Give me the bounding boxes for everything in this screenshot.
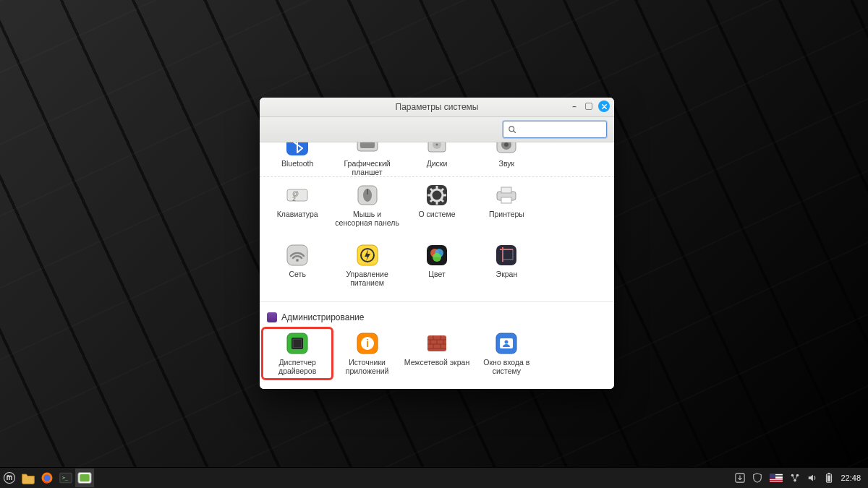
- item-label: Диспетчер драйверов: [264, 358, 331, 375]
- window-controls: –: [569, 100, 610, 112]
- desktop: Параметры системы –: [0, 0, 868, 488]
- item-power[interactable]: Управление питанием: [332, 240, 401, 290]
- titlebar[interactable]: Параметры системы –: [260, 98, 614, 117]
- search-icon: [508, 125, 516, 134]
- window-title: Параметры системы: [396, 102, 479, 112]
- system-tray: 22:48: [728, 472, 868, 484]
- svg-line-26: [430, 200, 433, 202]
- item-label: Окно входа в систему: [473, 358, 540, 375]
- svg-rect-38: [496, 245, 516, 265]
- mint-logo-icon: [3, 471, 16, 484]
- tablet-icon: [355, 148, 380, 157]
- item-software-sources[interactable]: i Источники приложений: [332, 328, 401, 378]
- close-button[interactable]: [598, 100, 610, 112]
- svg-rect-78: [827, 475, 830, 481]
- minimize-button[interactable]: –: [569, 101, 579, 111]
- svg-rect-77: [828, 473, 830, 474]
- update-icon[interactable]: [735, 473, 745, 483]
- item-color[interactable]: Цвет: [402, 240, 472, 290]
- svg-point-10: [504, 142, 509, 147]
- svg-line-25: [441, 189, 443, 191]
- svg-point-37: [433, 253, 441, 262]
- item-sound[interactable]: Звук: [472, 145, 541, 179]
- item-label: Управление питанием: [334, 270, 401, 287]
- clock[interactable]: 22:48: [841, 474, 861, 482]
- svg-point-61: [505, 341, 509, 344]
- menu-button[interactable]: [0, 468, 19, 487]
- item-disks[interactable]: Диски: [402, 145, 472, 179]
- folder-icon: [21, 471, 35, 484]
- shield-icon[interactable]: [752, 473, 762, 483]
- admin-grid-row1: Диспетчер драйверов i Источники приложен…: [260, 325, 614, 385]
- item-driver-manager[interactable]: Диспетчер драйверов: [263, 328, 332, 378]
- firewall-icon: [425, 331, 449, 356]
- admin-section-icon: [267, 312, 277, 322]
- section-header-admin: Администрирование: [260, 301, 614, 325]
- maximize-button[interactable]: [585, 103, 592, 110]
- settings-app-icon: [77, 471, 92, 484]
- item-firewall[interactable]: Межсетевой экран: [402, 328, 472, 378]
- item-label: Bluetooth: [281, 159, 313, 175]
- search-field[interactable]: [503, 121, 607, 138]
- item-printers[interactable]: Принтеры: [472, 180, 541, 230]
- login-icon: [494, 331, 519, 356]
- item-users-groups[interactable]: Пользователи и группы: [263, 389, 332, 390]
- item-display[interactable]: Экран: [472, 240, 541, 290]
- svg-rect-71: [80, 474, 89, 481]
- hardware-grid-row2: @2 Клавиатура Мышь и сенсорная панель О …: [260, 177, 614, 237]
- wifi-icon: [285, 243, 310, 267]
- svg-text:i: i: [366, 338, 369, 349]
- disks-icon: [425, 148, 449, 157]
- keyboard-layout-flag[interactable]: [770, 474, 783, 482]
- svg-text:2: 2: [292, 195, 296, 202]
- gear-icon: [425, 183, 449, 207]
- volume-icon[interactable]: [807, 473, 817, 483]
- printer-icon: [494, 183, 519, 207]
- item-label: О системе: [418, 210, 455, 226]
- search-input[interactable]: [516, 124, 614, 134]
- item-label: Звук: [499, 159, 515, 175]
- toolbar: [260, 117, 614, 142]
- item-label: Экран: [496, 270, 518, 286]
- taskbar-terminal[interactable]: >_: [56, 468, 75, 487]
- svg-rect-44: [293, 339, 302, 348]
- svg-point-31: [296, 259, 299, 262]
- item-label: Межсетевой экран: [404, 358, 469, 374]
- network-tray-icon[interactable]: [790, 473, 800, 483]
- svg-line-1: [514, 131, 516, 133]
- svg-rect-28: [501, 187, 511, 193]
- sources-icon: i: [355, 331, 380, 356]
- item-label: Принтеры: [489, 210, 524, 226]
- item-label: Клавиатура: [277, 210, 318, 226]
- item-label: Источники приложений: [334, 358, 401, 375]
- hardware-grid-row3: Сеть Управление питанием Цвет: [260, 237, 614, 297]
- item-about[interactable]: О системе: [402, 180, 472, 230]
- taskbar-system-settings[interactable]: [75, 468, 94, 487]
- svg-point-7: [435, 144, 438, 146]
- svg-line-24: [441, 200, 443, 202]
- item-keyboard[interactable]: @2 Клавиатура: [263, 180, 332, 230]
- settings-content: Bluetooth Графический планшет Диски: [260, 142, 614, 389]
- item-label: Графический планшет: [334, 159, 401, 176]
- svg-rect-30: [287, 245, 307, 265]
- item-login-window[interactable]: Окно входа в систему: [472, 328, 541, 378]
- driver-icon: [285, 331, 310, 356]
- item-bluetooth[interactable]: Bluetooth: [263, 145, 332, 179]
- item-label: Диски: [427, 159, 448, 175]
- item-network[interactable]: Сеть: [263, 240, 332, 290]
- power-icon: [355, 243, 380, 267]
- svg-text:>_: >_: [62, 475, 69, 481]
- item-label: Сеть: [289, 270, 306, 286]
- firefox-icon: [41, 471, 54, 484]
- taskbar: >_ 22:48: [0, 467, 868, 488]
- bluetooth-icon: [285, 148, 310, 157]
- taskbar-files[interactable]: [19, 468, 38, 487]
- system-settings-window: Параметры системы –: [260, 98, 614, 389]
- item-mouse[interactable]: Мышь и сенсорная панель: [332, 180, 401, 230]
- display-icon: [494, 243, 519, 267]
- battery-icon[interactable]: [825, 472, 833, 484]
- taskbar-firefox[interactable]: [38, 468, 56, 487]
- item-tablet[interactable]: Графический планшет: [332, 145, 401, 179]
- mouse-icon: [355, 183, 380, 207]
- svg-rect-4: [360, 142, 375, 148]
